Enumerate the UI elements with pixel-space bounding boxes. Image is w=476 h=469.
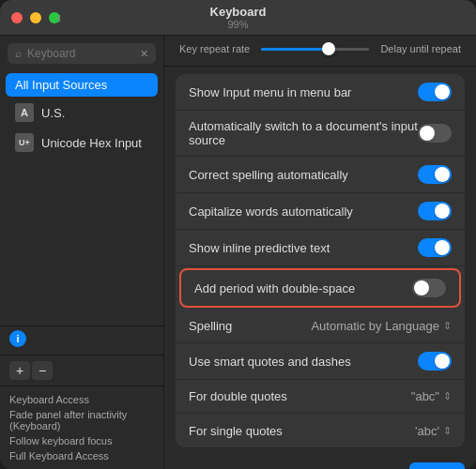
search-icon: ⌕ xyxy=(15,47,22,60)
settings-row-spelling: Spelling Automatic by Language ⇕ xyxy=(176,310,465,343)
sidebar-footer: Keyboard Access Fade panel after inactiv… xyxy=(0,386,163,469)
smart-quotes-label: Use smart quotes and dashes xyxy=(189,355,418,369)
key-repeat-label: Key repeat rate xyxy=(179,43,250,54)
back-button[interactable]: ‹ xyxy=(56,9,61,26)
search-input[interactable] xyxy=(27,47,134,60)
add-period-toggle[interactable] xyxy=(412,279,446,297)
correct-spelling-toggle[interactable] xyxy=(418,165,452,184)
right-panel: Key repeat rate Delay until repeat Show … xyxy=(164,36,476,469)
spelling-dropdown[interactable]: Automatic by Language ⇕ xyxy=(311,319,452,333)
double-quotes-label: For double quotes xyxy=(189,389,411,403)
sidebar-item-all-input-sources[interactable]: All Input Sources xyxy=(6,73,158,97)
single-quotes-dropdown[interactable]: 'abc' ⇕ xyxy=(415,424,452,438)
predictive-text-label: Show inline predictive text xyxy=(189,241,418,255)
settings-section-1: Show Input menu in menu bar Automaticall… xyxy=(176,74,465,447)
titlebar-subtitle: 99% xyxy=(210,19,267,30)
remove-input-source-button[interactable]: − xyxy=(32,361,53,380)
auto-switch-label: Automatically switch to a document's inp… xyxy=(189,119,418,147)
capitalize-label: Capitalize words automatically xyxy=(189,204,418,219)
titlebar-title: Keyboard 99% xyxy=(210,5,267,30)
search-bar: ⌕ ✕ xyxy=(8,43,156,64)
show-input-menu-toggle[interactable] xyxy=(418,83,452,101)
spelling-label: Spelling xyxy=(189,319,311,333)
smart-quotes-toggle[interactable] xyxy=(418,352,452,371)
correct-spelling-label: Correct spelling automatically xyxy=(189,168,418,182)
sidebar-footer-full-keyboard[interactable]: Full Keyboard Access xyxy=(9,448,154,463)
add-period-label: Add period with double-space xyxy=(194,281,412,295)
sidebar: ⌕ ✕ All Input Sources A U.S. U+ Unicode … xyxy=(0,36,164,469)
unicode-icon: U+ xyxy=(15,133,34,152)
traffic-lights xyxy=(11,12,60,23)
us-icon: A xyxy=(15,103,34,122)
double-quotes-chevron-icon: ⇕ xyxy=(443,390,452,402)
settings-row-add-period: Add period with double-space xyxy=(179,268,461,308)
add-input-source-button[interactable]: + xyxy=(9,361,30,380)
delay-until-repeat-label: Delay until repeat xyxy=(380,43,461,54)
sidebar-footer-follow-keyboard[interactable]: Follow keyboard focus xyxy=(9,433,154,448)
key-repeat-thumb[interactable] xyxy=(322,42,335,55)
sidebar-item-unicode[interactable]: U+ Unicode Hex Input xyxy=(6,129,158,157)
spelling-chevron-icon: ⇕ xyxy=(443,320,452,332)
settings-row-show-input-menu: Show Input menu in menu bar xyxy=(176,74,465,111)
settings-panel: Show Input menu in menu bar Automaticall… xyxy=(164,67,476,469)
sidebar-bottom-controls: + − xyxy=(0,355,163,386)
panel-header: Key repeat rate Delay until repeat xyxy=(164,36,476,67)
double-quotes-dropdown[interactable]: "abc" ⇕ xyxy=(411,389,452,403)
close-button[interactable] xyxy=(11,12,23,23)
done-button[interactable]: Done xyxy=(409,462,465,469)
predictive-text-toggle[interactable] xyxy=(418,238,452,257)
sidebar-item-unicode-label: Unicode Hex Input xyxy=(41,136,142,150)
clear-search-icon[interactable]: ✕ xyxy=(140,48,148,60)
settings-row-auto-switch: Automatically switch to a document's inp… xyxy=(176,111,465,157)
repeat-controls: Key repeat rate Delay until repeat xyxy=(179,43,461,60)
key-repeat-fill xyxy=(261,48,326,51)
sidebar-items: All Input Sources A U.S. U+ Unicode Hex … xyxy=(0,69,163,202)
key-repeat-slider[interactable] xyxy=(261,48,369,51)
sidebar-item-us-label: U.S. xyxy=(41,106,65,120)
capitalize-toggle[interactable] xyxy=(418,202,452,220)
settings-row-capitalize: Capitalize words automatically xyxy=(176,193,465,230)
main-content: ⌕ ✕ All Input Sources A U.S. U+ Unicode … xyxy=(0,36,476,469)
main-window: ‹ Keyboard 99% ⌕ ✕ All Input Sources A U… xyxy=(0,0,476,469)
sidebar-item-us[interactable]: A U.S. xyxy=(6,98,158,127)
settings-row-predictive-text: Show inline predictive text xyxy=(176,230,465,266)
settings-row-smart-quotes: Use smart quotes and dashes xyxy=(176,343,465,380)
single-quotes-chevron-icon: ⇕ xyxy=(443,425,452,437)
single-quotes-label: For single quotes xyxy=(189,424,415,438)
titlebar: ‹ Keyboard 99% xyxy=(0,0,476,36)
settings-row-single-quotes: For single quotes 'abc' ⇕ xyxy=(176,414,465,447)
info-icon[interactable]: i xyxy=(9,330,26,347)
sidebar-footer-fade-panel[interactable]: Fade panel after inactivity (Keyboard) xyxy=(9,407,154,433)
show-input-menu-label: Show Input menu in menu bar xyxy=(189,85,418,99)
settings-row-correct-spelling: Correct spelling automatically xyxy=(176,157,465,193)
minimize-button[interactable] xyxy=(30,12,41,23)
sidebar-footer-keyboard-access[interactable]: Keyboard Access xyxy=(9,392,154,407)
settings-row-double-quotes: For double quotes "abc" ⇕ xyxy=(176,380,465,414)
auto-switch-toggle[interactable] xyxy=(418,124,452,143)
